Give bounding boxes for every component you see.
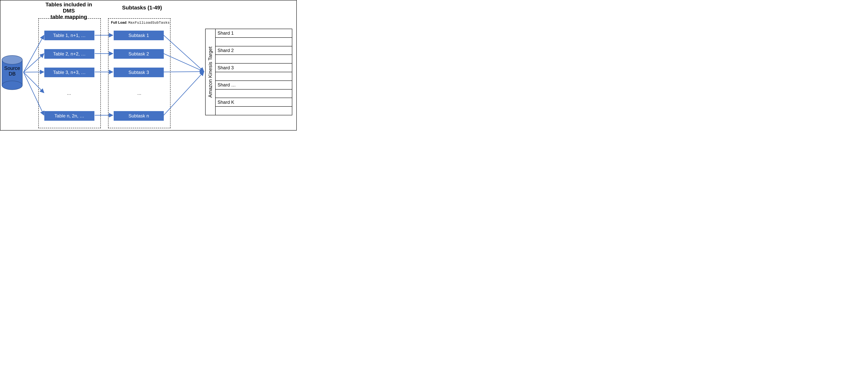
table-box-n: Table n, 2n, … (44, 111, 94, 121)
shard-row (216, 107, 292, 115)
shard-row: Shard K (216, 98, 292, 107)
diagram-canvas: Tables included in DMS table mapping Sub… (0, 0, 297, 131)
shard-row: Shard … (216, 81, 292, 90)
subtask-box-3: Subtask 3 (114, 68, 164, 77)
shard-row: Shard 3 (216, 64, 292, 72)
full-load-caption-bold: Full Load (111, 21, 126, 25)
subtask-box-2: Subtask 2 (114, 49, 164, 59)
tables-group-title: Tables included in DMS table mapping (39, 2, 99, 20)
source-db-label: Source DB (2, 65, 23, 76)
tables-ellipsis: … (67, 91, 71, 96)
kinesis-shard-rows: Shard 1 Shard 2 Shard 3 Shard … Shard K (216, 29, 292, 115)
shard-row: Shard 2 (216, 46, 292, 55)
table-box-2: Table 2, n+2, … (44, 49, 94, 59)
shard-row (216, 72, 292, 81)
shard-row: Shard 1 (216, 29, 292, 38)
table-box-1: Table 1, n+1, … (44, 31, 94, 40)
table-box-3: Table 3, n+3, … (44, 68, 94, 77)
kinesis-target-table: Amazon Kinesis Target Shard 1 Shard 2 Sh… (205, 29, 292, 115)
full-load-caption-mono: MaxFullLoadSubTasks (128, 21, 170, 25)
subtasks-group-title: Subtasks (1-49) (117, 5, 167, 11)
subtask-box-1: Subtask 1 (114, 31, 164, 40)
subtasks-ellipsis: … (137, 91, 142, 96)
kinesis-target-header: Amazon Kinesis Target (208, 46, 214, 97)
shard-row (216, 55, 292, 64)
shard-row (216, 38, 292, 46)
full-load-caption: Full Load: MaxFullLoadSubTasks (111, 21, 170, 25)
subtask-box-n: Subtask n (114, 111, 164, 121)
kinesis-target-header-cell: Amazon Kinesis Target (206, 29, 216, 115)
shard-row (216, 90, 292, 98)
